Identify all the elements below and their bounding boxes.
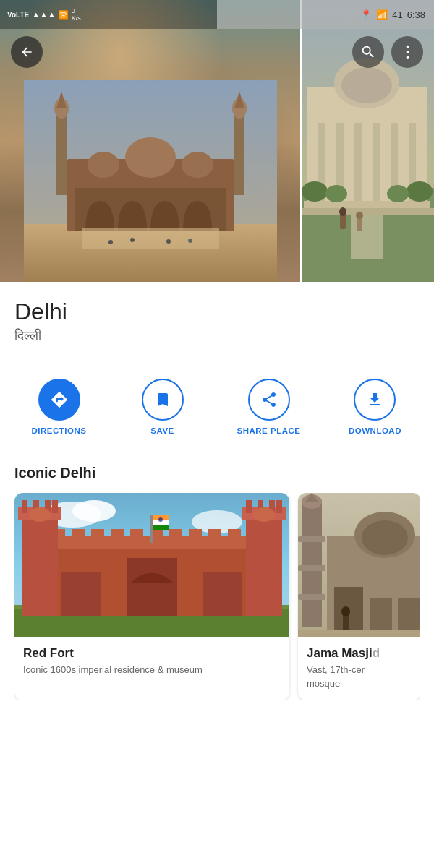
svg-point-42 [406, 56, 409, 59]
svg-rect-81 [153, 525, 169, 530]
download-label: DOWNLOAD [349, 426, 401, 435]
svg-rect-87 [298, 536, 326, 542]
status-battery: 41 [392, 9, 402, 20]
red-fort-title: Red Fort [23, 646, 281, 661]
svg-point-99 [341, 606, 350, 616]
svg-rect-59 [189, 529, 202, 543]
search-button[interactable] [352, 36, 384, 68]
svg-point-38 [326, 185, 347, 202]
download-circle [354, 379, 396, 421]
back-button[interactable] [11, 36, 43, 68]
svg-point-17 [188, 239, 192, 243]
svg-rect-88 [298, 565, 326, 571]
svg-point-45 [72, 500, 116, 522]
save-action[interactable]: SAVE [134, 379, 192, 435]
svg-rect-69 [246, 515, 282, 616]
svg-point-4 [88, 152, 119, 178]
svg-rect-78 [150, 515, 153, 543]
svg-rect-26 [373, 123, 380, 202]
red-fort-image [14, 493, 289, 637]
jama-masjid-body: Jama Masjid Vast, 17th-cermosque [298, 637, 420, 700]
svg-rect-61 [228, 529, 241, 543]
svg-point-15 [130, 238, 135, 242]
svg-rect-30 [300, 208, 434, 215]
svg-rect-74 [276, 500, 282, 513]
share-label: SHARE PLACE [237, 426, 301, 435]
svg-rect-89 [298, 594, 326, 600]
svg-point-33 [339, 207, 346, 216]
jama-masjid-image [298, 493, 420, 637]
hero-divider [300, 0, 302, 282]
iconic-title: Iconic Delhi [14, 465, 420, 481]
svg-rect-25 [354, 123, 362, 202]
svg-rect-77 [203, 572, 242, 616]
status-data: 0K/s [72, 7, 81, 22]
directions-action[interactable]: DIRECTIONS [30, 379, 88, 435]
svg-rect-56 [130, 529, 143, 543]
cards-row: Red Fort Iconic 1600s imperial residence… [14, 493, 420, 700]
red-fort-desc: Iconic 1600s imperial residence & museum [23, 663, 281, 676]
svg-point-94 [362, 520, 408, 555]
hero-image-left [0, 0, 300, 282]
svg-rect-9 [234, 108, 244, 195]
place-name: Delhi [14, 298, 420, 325]
svg-rect-53 [72, 529, 85, 543]
status-bar-right: 📍 📶 41 6:38 [217, 0, 434, 29]
status-signal: ▲▲▲ [32, 10, 56, 19]
svg-point-41 [406, 51, 409, 53]
iconic-section: Iconic Delhi [0, 450, 434, 707]
top-right-buttons [352, 36, 423, 68]
status-location-icon: 📍 [360, 9, 372, 20]
svg-point-37 [407, 181, 433, 202]
svg-rect-68 [52, 500, 58, 513]
directions-label: DIRECTIONS [32, 426, 87, 435]
status-bar-left: VoLTE ▲▲▲ 🛜 0K/s [0, 0, 217, 29]
jama-masjid-card[interactable]: Jama Masjid Vast, 17th-cermosque [298, 493, 420, 700]
svg-rect-76 [61, 572, 101, 616]
status-wifi: 🛜 [59, 10, 69, 20]
status-time: 6:38 [407, 9, 425, 20]
svg-rect-54 [91, 529, 104, 543]
svg-rect-63 [22, 515, 58, 616]
svg-rect-86 [302, 500, 322, 627]
svg-rect-31 [351, 215, 383, 259]
directions-circle [38, 379, 80, 421]
status-sim-icon: 📶 [376, 9, 388, 20]
svg-rect-75 [127, 558, 177, 616]
svg-point-35 [356, 212, 363, 219]
svg-rect-65 [22, 500, 27, 513]
red-fort-body: Red Fort Iconic 1600s imperial residence… [14, 637, 289, 687]
svg-point-84 [253, 507, 275, 522]
svg-point-83 [29, 507, 51, 522]
svg-point-22 [341, 67, 392, 103]
svg-point-39 [387, 185, 409, 202]
svg-point-82 [158, 517, 163, 522]
svg-point-16 [166, 239, 171, 244]
bottom-space [0, 708, 434, 729]
svg-point-14 [109, 240, 113, 244]
red-fort-card[interactable]: Red Fort Iconic 1600s imperial residence… [14, 493, 289, 700]
status-volte: VoLTE [7, 11, 29, 19]
save-circle [142, 379, 184, 421]
save-label: SAVE [150, 426, 174, 435]
jama-masjid-desc: Vast, 17th-cermosque [307, 663, 412, 689]
svg-rect-100 [298, 630, 420, 637]
svg-point-36 [302, 181, 328, 202]
share-action[interactable]: SHARE PLACE [237, 379, 301, 435]
svg-rect-60 [208, 529, 221, 543]
download-action[interactable]: DOWNLOAD [346, 379, 404, 435]
svg-point-40 [406, 46, 409, 48]
svg-point-5 [182, 152, 213, 178]
jama-masjid-title: Jama Masjid [307, 646, 412, 661]
more-options-button[interactable] [391, 36, 423, 68]
svg-rect-71 [246, 500, 252, 513]
svg-rect-13 [82, 228, 219, 249]
svg-rect-58 [169, 529, 182, 543]
place-info: Delhi दिल्ली [0, 282, 434, 351]
place-name-local: दिल्ली [14, 328, 420, 343]
svg-rect-55 [111, 529, 124, 543]
svg-rect-6 [56, 108, 67, 195]
actions-row: DIRECTIONS SAVE SHARE PLACE DOWNLOAD [0, 364, 434, 450]
share-circle [248, 379, 290, 421]
svg-point-3 [125, 137, 176, 178]
